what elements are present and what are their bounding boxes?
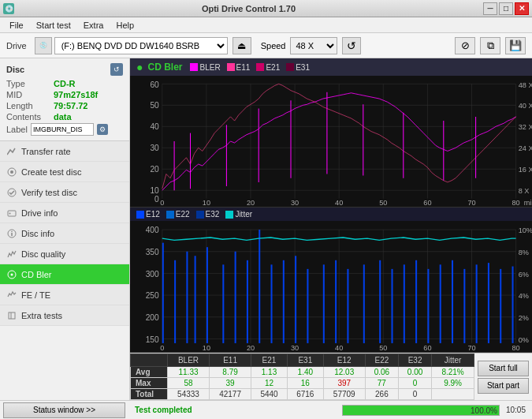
title-bar-title: Opti Drive Control 1.70	[14, 4, 483, 13]
svg-rect-126	[512, 267, 514, 343]
svg-text:200: 200	[146, 312, 159, 322]
menu-file[interactable]: File	[3, 19, 30, 32]
menu-help[interactable]: Help	[110, 19, 140, 32]
legend-color-e32	[196, 211, 204, 219]
sidebar-item-verify-test-disc[interactable]: Verify test disc	[0, 182, 129, 203]
max-e32: 0	[398, 378, 431, 389]
minimize-button[interactable]: ─	[483, 2, 497, 15]
sidebar-item-cd-bler[interactable]: CD Bler	[0, 264, 129, 285]
svg-text:400: 400	[146, 225, 159, 234]
cd-bler-icon	[6, 269, 17, 280]
bottom-chart-area: 400 350 300 250 200 150 10% 8% 6% 4% 2%	[130, 221, 532, 353]
start-part-button[interactable]: Start part	[478, 378, 529, 394]
sidebar-item-disc-quality[interactable]: Disc quality	[0, 244, 129, 264]
svg-rect-101	[195, 256, 196, 343]
start-buttons: Start full Start part	[474, 354, 532, 400]
svg-text:0: 0	[160, 342, 164, 351]
main-layout: Disc ↺ Type CD-R MID 97m27s18f Length 79…	[0, 58, 532, 400]
svg-rect-106	[259, 230, 260, 343]
legend-e11: E11	[227, 63, 251, 72]
svg-rect-117	[404, 264, 405, 343]
svg-rect-123	[476, 264, 478, 343]
disc-length-label: Length	[6, 101, 54, 110]
title-bar-buttons: ─ □ ✕	[483, 2, 529, 15]
erase-button[interactable]: ⊘	[455, 37, 475, 54]
svg-text:32 X: 32 X	[519, 123, 532, 131]
svg-point-9	[11, 273, 13, 275]
max-e22: 77	[365, 378, 398, 389]
svg-rect-103	[222, 264, 224, 343]
sidebar-item-fe-te[interactable]: FE / TE	[0, 285, 129, 305]
top-legend: BLER E11 E21 E31	[190, 63, 310, 72]
svg-text:4%: 4%	[519, 291, 530, 300]
svg-text:2%: 2%	[519, 313, 530, 322]
svg-text:40: 40	[335, 342, 343, 351]
disc-length-value: 79:57.72	[54, 101, 87, 110]
maximize-button[interactable]: □	[499, 2, 513, 15]
data-table: BLER E11 E21 E31 E12 E22 E32 Jitter Avg	[130, 354, 474, 400]
save-button[interactable]: 💾	[505, 37, 526, 54]
svg-rect-124	[488, 263, 489, 343]
start-full-button[interactable]: Start full	[478, 361, 529, 376]
svg-text:10: 10	[203, 199, 210, 207]
data-section: BLER E11 E21 E31 E12 E22 E32 Jitter Avg	[130, 353, 532, 400]
status-bar: Status window >> Test completed 100.0% 1…	[0, 400, 532, 419]
disc-refresh-button[interactable]: ↺	[110, 63, 123, 76]
disc-label-settings-icon[interactable]: ⚙	[97, 124, 108, 135]
sidebar-item-disc-info[interactable]: Disc info	[0, 223, 129, 244]
bottom-chart-svg: 400 350 300 250 200 150 10% 8% 6% 4% 2%	[130, 221, 532, 352]
svg-text:60: 60	[423, 342, 431, 351]
sidebar-item-create-test-disc[interactable]: Create test disc	[0, 162, 129, 182]
avg-e11: 8.79	[210, 367, 251, 378]
total-jitter	[432, 389, 474, 400]
max-jitter: 9.9%	[432, 378, 474, 389]
drive-selector-group: 💿 (F:) BENQ DVD DD DW1640 BSRB	[35, 37, 228, 54]
disc-contents-value: data	[54, 112, 72, 122]
total-bler: 54333	[168, 389, 210, 400]
eject-button[interactable]: ⏏	[233, 37, 251, 54]
legend-e21: E21	[256, 63, 280, 72]
total-e32: 0	[398, 389, 431, 400]
row-label-total: Total	[131, 389, 168, 400]
title-bar: 💿 Opti Drive Control 1.70 ─ □ ✕	[0, 0, 532, 17]
app-icon: 💿	[3, 3, 14, 14]
fe-te-icon	[6, 290, 17, 301]
speed-select[interactable]: Max4 X8 X16 X24 X32 X40 X48 X	[290, 37, 337, 54]
title-bar-left: 💿	[3, 3, 14, 14]
col-header-e22: E22	[365, 354, 398, 367]
disc-mid-label: MID	[6, 90, 54, 99]
sidebar-item-extra-tests[interactable]: Extra tests	[0, 305, 129, 326]
svg-rect-105	[247, 260, 248, 343]
chart-header: ● CD Bler BLER E11 E21 E31	[130, 58, 532, 76]
menu-extra[interactable]: Extra	[77, 19, 110, 32]
svg-rect-116	[392, 269, 393, 343]
close-button[interactable]: ✕	[515, 2, 529, 15]
svg-text:30: 30	[291, 199, 299, 207]
chart-title-icon: ●	[136, 61, 143, 73]
verify-test-disc-icon	[6, 187, 17, 198]
sidebar-item-transfer-rate[interactable]: Transfer rate	[0, 141, 129, 162]
table-row-max: Max 58 39 12 16 397 77 0 9.9%	[131, 378, 474, 389]
legend-e12: E12	[136, 210, 160, 219]
status-window-button[interactable]: Status window >>	[3, 402, 125, 418]
svg-text:0: 0	[160, 199, 164, 207]
drive-select[interactable]: (F:) BENQ DVD DD DW1640 BSRB	[54, 37, 228, 54]
svg-text:50: 50	[379, 342, 387, 351]
refresh-button[interactable]: ↺	[342, 37, 361, 54]
svg-rect-102	[206, 247, 208, 343]
sidebar-item-drive-info[interactable]: Drive info	[0, 203, 129, 223]
progress-bar: 100.0%	[342, 405, 500, 416]
disc-label-input[interactable]	[31, 123, 94, 136]
menu-start-test[interactable]: Start test	[30, 19, 77, 32]
sidebar: Disc ↺ Type CD-R MID 97m27s18f Length 79…	[0, 58, 130, 400]
max-e11: 39	[210, 378, 251, 389]
svg-text:250: 250	[146, 290, 159, 300]
copy-button[interactable]: ⧉	[480, 37, 500, 54]
col-header-e31: E31	[287, 354, 323, 367]
legend-bler: BLER	[190, 63, 220, 72]
col-header-e21: E21	[251, 354, 288, 367]
svg-text:30: 30	[291, 342, 299, 351]
svg-text:min: min	[524, 199, 532, 207]
svg-text:24 X: 24 X	[519, 144, 532, 152]
disc-header: Disc ↺	[6, 63, 123, 76]
